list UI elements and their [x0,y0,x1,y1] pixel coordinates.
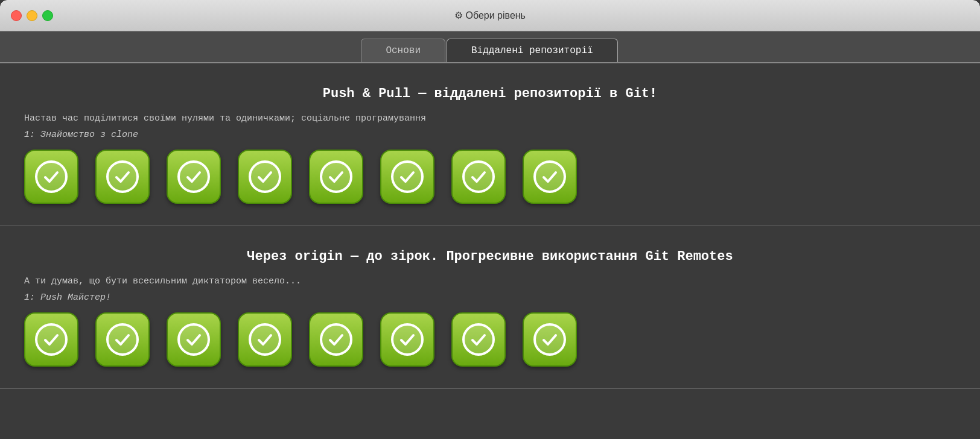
checkmark-icon-2 [106,160,139,193]
level-button-2[interactable] [95,150,150,204]
section-push-pull-level: 1: Знайомство з clone [24,130,956,140]
checkmark-icon-7 [462,160,495,193]
level-button-1[interactable] [24,150,78,204]
tab-basics[interactable]: Основи [361,39,445,62]
section-origin-stars-buttons [24,312,956,376]
checkmark-icon-5 [320,160,352,193]
checkmark-icon-8 [533,160,566,193]
level-button-s2-6[interactable] [380,312,434,367]
checkmark-icon-4 [249,160,281,193]
section-push-pull: Push & Pull — віддалені репозиторії в Gi… [0,63,980,226]
level-button-s2-3[interactable] [167,312,221,367]
close-button[interactable] [11,10,22,21]
checkmark-icon-s2-4 [249,323,281,356]
level-button-7[interactable] [451,150,506,204]
minimize-button[interactable] [27,10,37,21]
section-push-pull-buttons [24,150,956,213]
section-origin-stars-desc: А ти думав, що бути всесильним диктаторо… [24,271,956,286]
tabbar: Основи Віддалені репозиторії [0,31,980,63]
checkmark-icon-s2-6 [391,323,424,356]
checkmark-icon-s2-7 [462,323,495,356]
section-origin-stars-level: 1: Push Майстер! [24,292,956,303]
checkmark-icon-6 [391,160,424,193]
tab-remotes[interactable]: Віддалені репозиторії [447,39,618,62]
section-origin-stars-title: Через origin — до зірок. Прогресивне вик… [24,238,956,271]
section-origin-stars: Через origin — до зірок. Прогресивне вик… [0,226,980,389]
level-button-3[interactable] [167,150,221,204]
traffic-lights [11,10,53,21]
section-push-pull-desc: Настав час поділитися своїми нулями та о… [24,109,956,124]
level-button-6[interactable] [380,150,434,204]
checkmark-icon-s2-8 [533,323,566,356]
level-button-8[interactable] [523,150,577,204]
level-button-s2-5[interactable] [309,312,363,367]
level-button-4[interactable] [238,150,292,204]
level-button-s2-1[interactable] [24,312,78,367]
checkmark-icon-s2-1 [35,323,68,356]
section-push-pull-title: Push & Pull — віддалені репозиторії в Gi… [24,75,956,109]
checkmark-icon-1 [35,160,68,193]
checkmark-icon-s2-5 [320,323,352,356]
checkmark-icon-3 [177,160,210,193]
checkmark-icon-s2-2 [106,323,139,356]
level-button-s2-2[interactable] [95,312,150,367]
main-content: Push & Pull — віддалені репозиторії в Gi… [0,63,980,439]
level-button-5[interactable] [309,150,363,204]
checkmark-icon-s2-3 [177,323,210,356]
level-button-s2-7[interactable] [451,312,506,367]
window-title: ⚙ Обери рівень [454,10,526,21]
maximize-button[interactable] [42,10,53,21]
level-button-s2-4[interactable] [238,312,292,367]
titlebar: ⚙ Обери рівень [0,0,980,31]
level-button-s2-8[interactable] [523,312,577,367]
